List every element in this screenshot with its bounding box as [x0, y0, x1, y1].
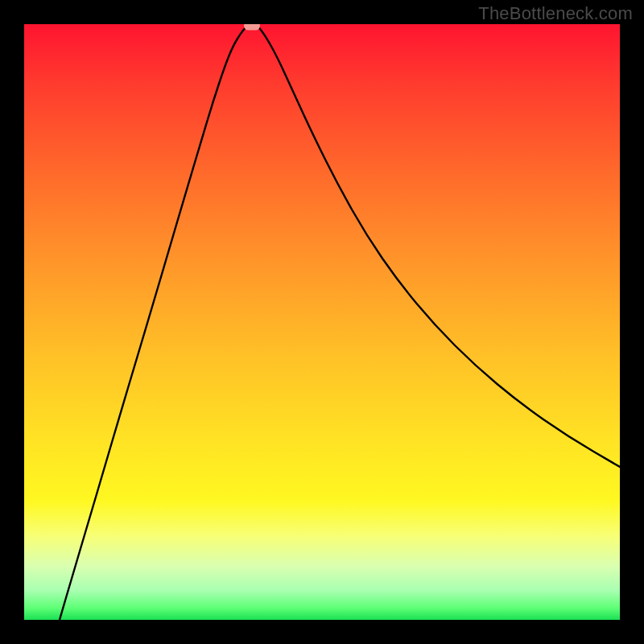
chart-frame: TheBottleneck.com — [0, 0, 644, 644]
curve-svg — [24, 24, 620, 620]
watermark-label: TheBottleneck.com — [478, 3, 633, 24]
curve-left-branch — [60, 26, 247, 620]
plot-area — [24, 24, 620, 620]
minimum-marker — [244, 24, 260, 31]
curve-right-branch — [258, 26, 620, 467]
